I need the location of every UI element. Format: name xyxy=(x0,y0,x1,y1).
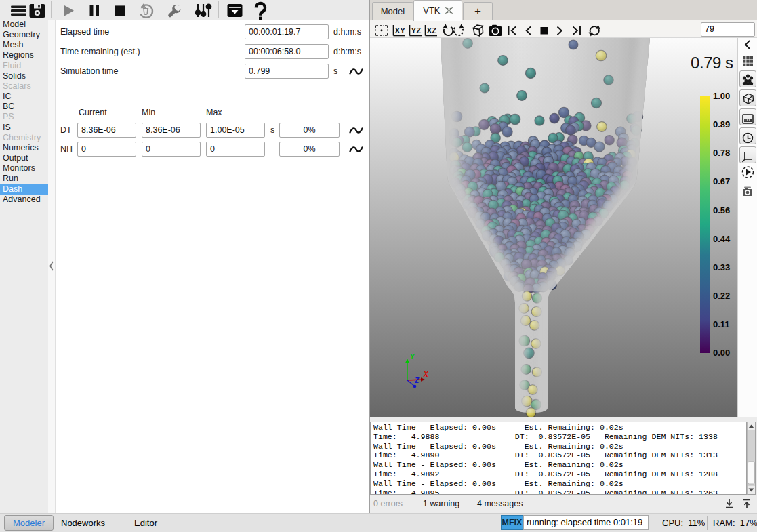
svg-text:1.00: 1.00 xyxy=(713,91,730,101)
svg-text:0.11: 0.11 xyxy=(713,319,730,329)
svg-text:0.22: 0.22 xyxy=(713,291,730,301)
svg-text:0.78: 0.78 xyxy=(713,148,730,158)
svg-text:Z: Z xyxy=(414,377,420,384)
svg-text:XZ: XZ xyxy=(427,26,437,35)
svg-text:X: X xyxy=(423,371,429,378)
svg-text:0.79 s: 0.79 s xyxy=(691,54,733,72)
svg-text:0.56: 0.56 xyxy=(713,205,730,216)
svg-text:XY: XY xyxy=(395,26,406,35)
svg-text:0.33: 0.33 xyxy=(713,262,730,272)
svg-text:YZ: YZ xyxy=(411,26,422,35)
svg-text:0.67: 0.67 xyxy=(713,176,730,186)
svg-text:0.89: 0.89 xyxy=(713,119,730,129)
svg-text:0.00: 0.00 xyxy=(713,348,730,358)
svg-text:0.44: 0.44 xyxy=(713,234,731,244)
